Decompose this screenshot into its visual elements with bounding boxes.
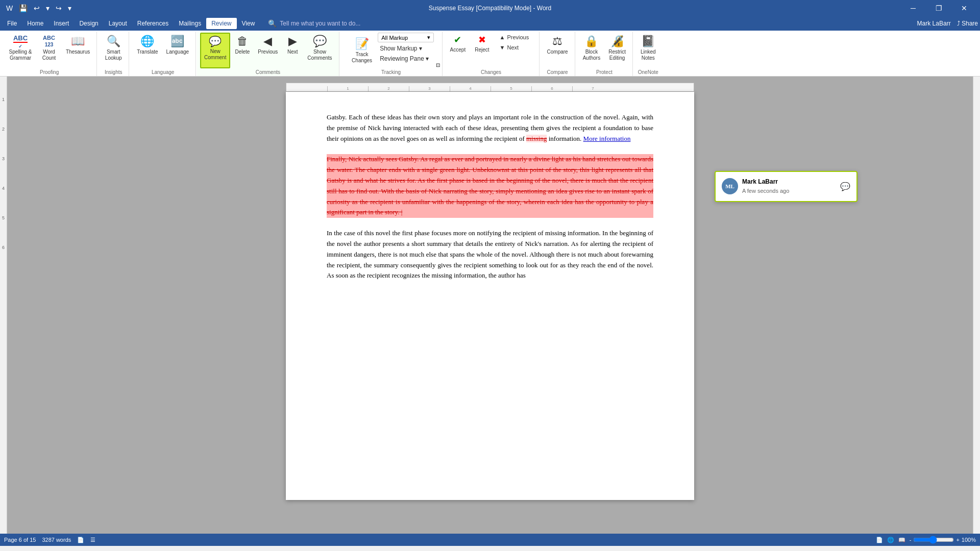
markup-dropdown-arrow: ▾ <box>427 34 430 41</box>
compare-group-label: Compare <box>547 69 568 75</box>
paragraph-3[interactable]: In the case of this novel the first phas… <box>327 228 653 281</box>
menu-layout[interactable]: Layout <box>104 18 132 29</box>
view-web-icon[interactable]: 🌐 <box>887 537 894 543</box>
column-layout-icon[interactable]: ☰ <box>90 537 95 543</box>
reject-button[interactable]: ✖ Reject <box>471 33 493 55</box>
zoom-control: - + 100% <box>910 536 976 544</box>
tracking-dialog-launcher[interactable]: ⊡ <box>436 62 440 68</box>
minimize-button[interactable]: ─ <box>901 0 925 16</box>
customize-qat[interactable]: ▾ <box>66 3 74 13</box>
ribbon-group-insights: 🔍 SmartLookup Insights <box>98 32 129 76</box>
menu-view[interactable]: View <box>237 18 260 29</box>
prev-change-icon: ▲ <box>500 34 505 40</box>
comment-author-name: Mark LaBarr <box>742 177 789 187</box>
zoom-in-button[interactable]: + <box>956 537 959 543</box>
markup-dropdown[interactable]: All Markup ▾ <box>378 33 434 42</box>
accept-icon: ✔ <box>454 35 461 46</box>
paragraph-1[interactable]: Gatsby. Each of these ideas has their ow… <box>327 112 653 144</box>
redo-button[interactable]: ↪ <box>54 3 64 13</box>
horizontal-ruler: 1 2 3 4 5 6 7 <box>286 83 694 92</box>
new-comment-button[interactable]: 💬 NewComment <box>200 33 230 68</box>
restrict-editing-button[interactable]: 🔏 RestrictEditing <box>605 33 629 68</box>
translate-button[interactable]: 🌐 Translate <box>133 33 161 68</box>
next-comment-button[interactable]: ▶ Next <box>282 33 303 68</box>
spelling-grammar-button[interactable]: ABC ✓ Spelling &Grammar <box>5 33 36 68</box>
thesaurus-icon: 📖 <box>71 35 85 48</box>
view-read-icon[interactable]: 📖 <box>898 537 905 543</box>
smart-lookup-icon: 🔍 <box>107 35 120 48</box>
block-authors-icon: 🔒 <box>584 35 598 48</box>
zoom-slider[interactable] <box>913 536 954 544</box>
vertical-scrollbar[interactable] <box>973 77 980 534</box>
undo-dropdown[interactable]: ▾ <box>44 3 52 13</box>
smart-lookup-label: SmartLookup <box>105 49 122 61</box>
delete-comment-button[interactable]: 🗑 Delete <box>231 33 253 68</box>
word-count-button[interactable]: ABC123 WordCount <box>37 33 61 68</box>
menu-mailings[interactable]: Mailings <box>174 18 206 29</box>
comment-bubble: ML Mark LaBarr A few seconds ago 💬 <box>715 171 857 202</box>
ribbon-group-language: 🌐 Translate 🔤 Language Language <box>130 32 196 76</box>
next-change-button[interactable]: ▼ Next <box>495 43 536 52</box>
menu-insert[interactable]: Insert <box>48 18 74 29</box>
para1-link[interactable]: More information <box>583 135 631 142</box>
compare-label: Compare <box>547 49 568 55</box>
title-bar: W 💾 ↩ ▾ ↪ ▾ Suspense Essay [Compatibilit… <box>0 0 980 16</box>
undo-button[interactable]: ↩ <box>32 3 42 13</box>
ruler-mark-4: 4 <box>450 86 491 91</box>
page-info: Page 6 of 15 <box>4 537 36 543</box>
ribbon-group-proofing: ABC ✓ Spelling &Grammar ABC123 WordCount… <box>2 32 97 76</box>
ribbon-group-changes: ✔ Accept ✖ Reject ▲ Previous ▼ <box>444 32 540 76</box>
window-controls: ─ ❐ ✕ <box>901 0 976 16</box>
comment-reply-icon[interactable]: 💬 <box>840 180 850 193</box>
menu-design[interactable]: Design <box>74 18 103 29</box>
document-page[interactable]: Gatsby. Each of these ideas has their ow… <box>286 92 694 500</box>
menu-home[interactable]: Home <box>22 18 48 29</box>
comment-author: ML Mark LaBarr A few seconds ago <box>722 177 789 196</box>
document-scroll-area[interactable]: 1 2 3 4 5 6 7 Gatsby. Each of these idea… <box>7 77 973 534</box>
tell-me-input[interactable]: Tell me what you want to do... <box>280 20 360 27</box>
previous-comment-button[interactable]: ◀ Previous <box>254 33 281 68</box>
linked-notes-icon: 📓 <box>641 35 655 48</box>
show-markup-option[interactable]: Show Markup ▾ <box>378 44 434 53</box>
vertical-ruler: 123456 <box>0 77 7 534</box>
translate-icon: 🌐 <box>140 35 154 48</box>
reject-label: Reject <box>475 47 489 53</box>
block-authors-button[interactable]: 🔒 BlockAuthors <box>579 33 604 68</box>
share-button[interactable]: ⤴ Share <box>957 20 978 27</box>
spelling-icon: ABC <box>13 35 28 43</box>
linked-notes-button[interactable]: 📓 LinkedNotes <box>637 33 659 68</box>
delete-icon: 🗑 <box>237 35 248 48</box>
show-comments-button[interactable]: 💬 ShowComments <box>304 33 335 68</box>
reviewing-pane-option[interactable]: Reviewing Pane ▾ <box>378 55 434 63</box>
para2-text: Finally, Nick actually sees Gatsby. As r… <box>327 155 653 216</box>
status-bar: Page 6 of 15 3287 words 📄 ☰ 📄 🌐 📖 - + 10… <box>0 534 980 546</box>
menu-references[interactable]: References <box>132 18 174 29</box>
paragraph-2-deleted[interactable]: Finally, Nick actually sees Gatsby. As r… <box>327 154 653 218</box>
block-authors-label: BlockAuthors <box>583 49 600 61</box>
horizontal-ruler-container: 1 2 3 4 5 6 7 <box>286 83 694 92</box>
view-normal-icon[interactable]: 📄 <box>876 537 883 543</box>
close-button[interactable]: ✕ <box>952 0 976 16</box>
language-button[interactable]: 🔤 Language <box>163 33 193 68</box>
accept-label: Accept <box>450 47 466 53</box>
save-button[interactable]: 💾 <box>17 3 30 13</box>
track-changes-button[interactable]: 📝 TrackChanges <box>348 35 376 66</box>
restore-button[interactable]: ❐ <box>927 0 950 16</box>
ribbon-group-comments: 💬 NewComment 🗑 Delete ◀ Previous ▶ Next … <box>197 32 339 76</box>
avatar-initials: ML <box>725 182 734 191</box>
word-count-status: 3287 words <box>42 537 71 543</box>
menu-file[interactable]: File <box>2 18 22 29</box>
status-right: 📄 🌐 📖 - + 100% <box>876 536 976 544</box>
linked-notes-label: LinkedNotes <box>641 49 655 61</box>
thesaurus-button[interactable]: 📖 Thesaurus <box>62 33 93 68</box>
previous-change-button[interactable]: ▲ Previous <box>495 33 536 42</box>
compare-button[interactable]: ⚖ Compare <box>544 33 572 68</box>
accept-button[interactable]: ✔ Accept <box>447 33 470 55</box>
document-area: 123456 1 2 3 4 5 6 7 Gatsby. Each of the… <box>0 77 980 534</box>
prev-comment-label: Previous <box>258 49 278 55</box>
menu-review[interactable]: Review <box>206 18 236 29</box>
wordcount-label: WordCount <box>42 49 56 61</box>
smart-lookup-button[interactable]: 🔍 SmartLookup <box>101 33 126 68</box>
zoom-out-button[interactable]: - <box>910 537 912 543</box>
page-layout-icon[interactable]: 📄 <box>77 537 84 543</box>
